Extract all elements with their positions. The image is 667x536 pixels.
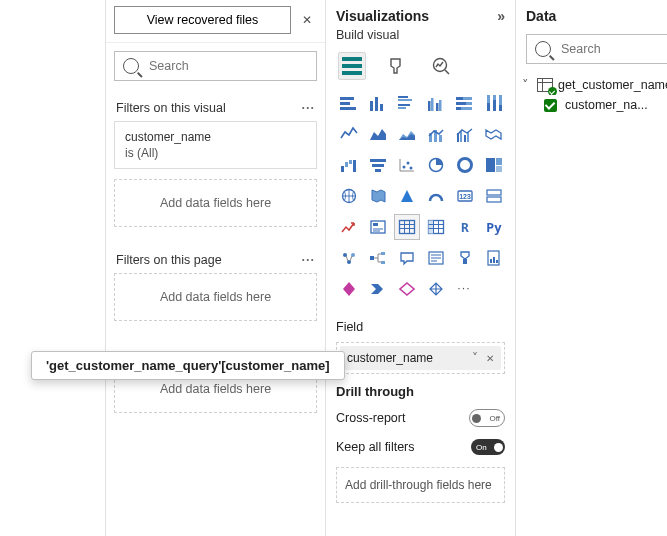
- svg-rect-37: [341, 166, 344, 172]
- svg-rect-7: [370, 101, 373, 111]
- search-icon: [123, 58, 139, 74]
- line-stacked-column-icon[interactable]: [423, 121, 449, 147]
- data-search-input[interactable]: [559, 41, 667, 57]
- slicer-icon[interactable]: [365, 214, 391, 240]
- key-influencers-icon[interactable]: [336, 245, 362, 271]
- svg-rect-9: [380, 104, 383, 111]
- svg-rect-29: [499, 105, 502, 111]
- close-icon[interactable]: [297, 10, 317, 30]
- svg-rect-40: [353, 160, 356, 172]
- svg-rect-42: [372, 164, 384, 167]
- field-well[interactable]: customer_name: [336, 342, 505, 374]
- azure-map-icon[interactable]: [394, 183, 420, 209]
- treemap-icon[interactable]: [481, 152, 507, 178]
- data-search[interactable]: [526, 34, 667, 64]
- donut-chart-icon[interactable]: [452, 152, 478, 178]
- svg-rect-32: [439, 135, 442, 142]
- svg-text:123: 123: [459, 193, 471, 200]
- stacked-bar-icon: [342, 57, 362, 75]
- filled-map-icon[interactable]: [365, 183, 391, 209]
- goals-icon[interactable]: [452, 245, 478, 271]
- filter-card-customer-name[interactable]: customer_name is (All): [114, 121, 317, 169]
- svg-rect-56: [487, 197, 501, 202]
- app-source-icon[interactable]: [394, 276, 420, 302]
- funnel-chart-icon[interactable]: [365, 152, 391, 178]
- ribbon-chart-icon[interactable]: [481, 121, 507, 147]
- more-icon[interactable]: [302, 101, 315, 115]
- drill-through-header: Drill through: [326, 374, 515, 403]
- hundred-stacked-bar-icon[interactable]: [452, 90, 478, 116]
- stacked-column-chart-icon[interactable]: [365, 90, 391, 116]
- svg-rect-21: [456, 102, 466, 105]
- cross-report-toggle[interactable]: Off: [469, 409, 505, 427]
- kpi-icon[interactable]: [336, 214, 362, 240]
- python-visual-icon[interactable]: Py: [481, 214, 507, 240]
- chevron-down-icon[interactable]: [472, 351, 478, 365]
- clustered-bar-chart-icon[interactable]: [394, 90, 420, 116]
- build-visual-tab[interactable]: [338, 52, 366, 80]
- power-automate-icon[interactable]: [365, 276, 391, 302]
- decomposition-tree-icon[interactable]: [365, 245, 391, 271]
- view-recovered-files-button[interactable]: View recovered files: [114, 6, 291, 34]
- svg-rect-49: [486, 158, 495, 172]
- svg-rect-1: [342, 64, 362, 68]
- analytics-tab[interactable]: [428, 53, 454, 79]
- multi-row-card-icon[interactable]: [481, 183, 507, 209]
- line-clustered-column-icon[interactable]: [452, 121, 478, 147]
- r-visual-icon[interactable]: R: [452, 214, 478, 240]
- smart-narrative-icon[interactable]: [423, 245, 449, 271]
- svg-point-45: [407, 162, 410, 165]
- matrix-icon[interactable]: [423, 214, 449, 240]
- remove-field-icon[interactable]: [486, 351, 494, 365]
- svg-rect-2: [342, 71, 362, 75]
- power-apps-icon[interactable]: [336, 276, 362, 302]
- svg-point-48: [459, 159, 472, 172]
- pie-chart-icon[interactable]: [423, 152, 449, 178]
- hundred-stacked-column-icon[interactable]: [481, 90, 507, 116]
- keep-filters-toggle[interactable]: On: [471, 439, 505, 455]
- field-chip-label: customer_name: [347, 351, 433, 365]
- area-chart-icon[interactable]: [365, 121, 391, 147]
- svg-rect-19: [456, 97, 463, 100]
- svg-rect-35: [464, 135, 466, 142]
- card-icon[interactable]: 123: [452, 183, 478, 209]
- svg-rect-5: [340, 102, 350, 105]
- paginated-report-icon[interactable]: [481, 245, 507, 271]
- filters-search[interactable]: [114, 51, 317, 81]
- table-icon[interactable]: [394, 214, 420, 240]
- more-visuals-icon[interactable]: [452, 276, 476, 300]
- column-node[interactable]: customer_na...: [522, 95, 667, 115]
- drill-through-dropzone[interactable]: Add drill-through fields here: [336, 467, 505, 503]
- svg-rect-73: [496, 260, 498, 263]
- qna-icon[interactable]: [394, 245, 420, 271]
- more-icon[interactable]: [302, 253, 315, 267]
- get-more-visuals-icon[interactable]: [423, 276, 449, 302]
- filters-visual-dropzone[interactable]: Add data fields here: [114, 179, 317, 227]
- clustered-column-chart-icon[interactable]: [423, 90, 449, 116]
- filters-search-input[interactable]: [147, 58, 308, 74]
- map-icon[interactable]: [336, 183, 362, 209]
- filters-page-dropzone[interactable]: Add data fields here: [114, 273, 317, 321]
- magnifier-chart-icon: [431, 56, 451, 76]
- field-chip-customer-name[interactable]: customer_name: [340, 346, 501, 370]
- svg-rect-39: [349, 160, 352, 164]
- svg-rect-55: [487, 190, 501, 195]
- collapse-pane-icon[interactable]: [497, 8, 505, 24]
- checkbox-checked-icon[interactable]: [544, 99, 557, 112]
- report-canvas[interactable]: [0, 0, 106, 536]
- svg-rect-23: [456, 107, 461, 110]
- table-node[interactable]: get_customer_name_qu...: [522, 74, 667, 95]
- filters-visual-header: Filters on this visual: [116, 101, 226, 115]
- scatter-chart-icon[interactable]: [394, 152, 420, 178]
- filters-page-header: Filters on this page: [116, 253, 222, 267]
- keep-filters-label: Keep all filters: [336, 440, 415, 454]
- svg-point-46: [410, 167, 413, 170]
- line-chart-icon[interactable]: [336, 121, 362, 147]
- format-visual-tab[interactable]: [384, 53, 410, 79]
- waterfall-chart-icon[interactable]: [336, 152, 362, 178]
- svg-rect-0: [342, 57, 362, 61]
- gauge-icon[interactable]: [423, 183, 449, 209]
- stacked-bar-chart-icon[interactable]: [336, 90, 362, 116]
- stacked-area-chart-icon[interactable]: [394, 121, 420, 147]
- svg-rect-72: [493, 257, 495, 263]
